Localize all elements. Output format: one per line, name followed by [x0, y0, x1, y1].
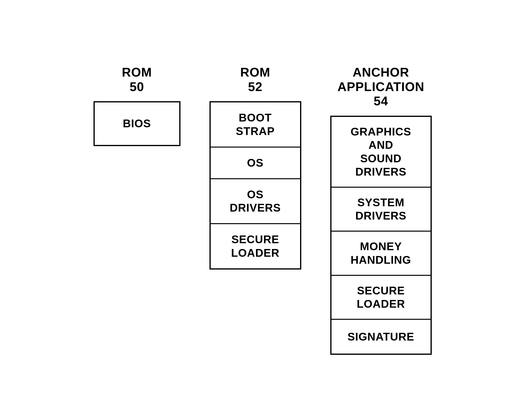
rom50-column: ROM50 BIOS	[94, 65, 180, 146]
rom50-title: ROM50	[122, 65, 152, 94]
boot-strap-item: BOOTSTRAP	[211, 103, 300, 147]
rom52-box: BOOTSTRAP OS OSDRIVERS SECURELOADER	[209, 101, 301, 269]
money-handling-label: MONEYHANDLING	[351, 240, 411, 266]
signature-item: SIGNATURE	[331, 320, 431, 354]
secure-loader-item-anchor: SECURELOADER	[331, 276, 431, 320]
rom52-column: ROM52 BOOTSTRAP OS OSDRIVERS SECURELOADE…	[209, 65, 301, 270]
secure-loader-item-52: SECURELOADER	[211, 224, 300, 268]
anchor-column: ANCHORAPPLICATION54 GRAPHICSANDSOUNDDRIV…	[330, 65, 432, 355]
rom50-box: BIOS	[94, 101, 180, 146]
rom52-title: ROM52	[240, 65, 270, 94]
secure-loader-label-52: SECURELOADER	[231, 233, 279, 259]
os-drivers-item: OSDRIVERS	[211, 179, 300, 224]
signature-label: SIGNATURE	[347, 330, 414, 344]
graphics-sound-label: GRAPHICSANDSOUNDDRIVERS	[351, 125, 411, 178]
secure-loader-label-anchor: SECURELOADER	[356, 284, 405, 311]
os-label: OS	[247, 156, 263, 169]
system-drivers-label: SYSTEMDRIVERS	[355, 196, 406, 223]
anchor-box: GRAPHICSANDSOUNDDRIVERS SYSTEMDRIVERS MO…	[330, 116, 432, 355]
diagram: ROM50 BIOS ROM52 BOOTSTRAP OS OSDRIVERS …	[79, 51, 446, 369]
os-drivers-label: OSDRIVERS	[230, 188, 281, 215]
bios-item: BIOS	[95, 103, 179, 145]
os-item: OS	[211, 148, 300, 179]
anchor-title: ANCHORAPPLICATION54	[338, 65, 424, 108]
money-handling-item: MONEYHANDLING	[331, 232, 431, 276]
graphics-sound-item: GRAPHICSANDSOUNDDRIVERS	[331, 117, 431, 188]
boot-strap-label: BOOTSTRAP	[236, 111, 275, 138]
system-drivers-item: SYSTEMDRIVERS	[331, 188, 431, 232]
bios-label: BIOS	[123, 117, 151, 130]
